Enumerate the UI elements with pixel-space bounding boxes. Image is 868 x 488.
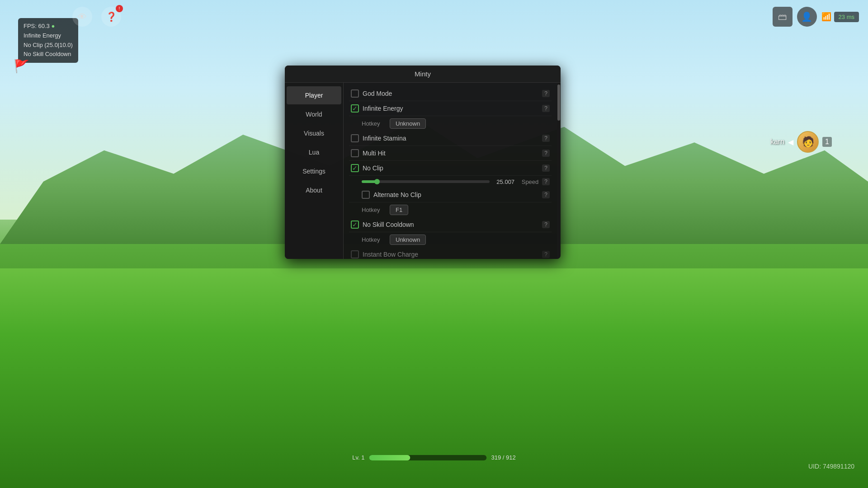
hotkey-label-infinite-energy: Hotkey bbox=[362, 120, 386, 127]
nav-item-world[interactable]: World bbox=[287, 105, 341, 123]
fps-overlay: FPS: 60.3 ● Infinite Energy No Clip (25.… bbox=[18, 18, 78, 63]
eye-icon[interactable]: 👁 bbox=[72, 7, 92, 27]
infinite-energy-hotkey[interactable]: Unknown bbox=[390, 118, 426, 129]
cheat-no-skill-cooldown: No Skill Cooldown bbox=[24, 50, 73, 59]
hotkey-label-nsc: Hotkey bbox=[362, 236, 386, 243]
hotkey-label-noclip: Hotkey bbox=[362, 206, 386, 213]
nav-item-about[interactable]: About bbox=[287, 181, 341, 199]
feature-god-mode: God Mode ? bbox=[349, 86, 552, 101]
cheat-infinite-energy: Infinite Energy bbox=[24, 31, 73, 41]
no-clip-checkbox[interactable]: ✓ bbox=[351, 164, 359, 172]
god-mode-label: God Mode bbox=[363, 90, 538, 97]
ping-display: 23 ms bbox=[834, 12, 859, 22]
checkmark-icon-noclip: ✓ bbox=[352, 165, 358, 171]
no-skill-cooldown-hotkey-row: Hotkey Unknown bbox=[349, 232, 552, 247]
instant-bow-charge-label: Instant Bow Charge bbox=[363, 251, 538, 258]
scroll-track[interactable] bbox=[557, 83, 561, 259]
nav-item-lua[interactable]: Lua bbox=[287, 143, 341, 161]
no-clip-hotkey-row: Hotkey F1 bbox=[349, 202, 552, 217]
signal-icon: 📶 bbox=[821, 12, 831, 22]
no-skill-cooldown-hotkey[interactable]: Unknown bbox=[390, 235, 426, 245]
character-slot: 1 bbox=[822, 137, 832, 147]
multi-hit-label: Multi Hit bbox=[363, 150, 538, 157]
no-clip-slider-row: 25.007 Speed ? bbox=[349, 176, 552, 188]
instant-bow-charge-help[interactable]: ? bbox=[542, 251, 550, 258]
player-avatar-icon[interactable]: 👤 bbox=[797, 7, 817, 27]
god-mode-checkbox[interactable] bbox=[351, 89, 359, 98]
flag-icon[interactable] bbox=[14, 59, 30, 79]
panel-content[interactable]: God Mode ? ✓ Infinite Energy ? Hotkey Un… bbox=[344, 83, 557, 259]
alt-no-clip-help[interactable]: ? bbox=[542, 191, 550, 198]
hp-bar-container: Lv. 1 319 / 912 bbox=[352, 454, 515, 461]
instant-bow-charge-checkbox[interactable] bbox=[351, 250, 359, 258]
feature-infinite-energy: ✓ Infinite Energy ? bbox=[349, 101, 552, 116]
no-clip-help[interactable]: ? bbox=[542, 164, 550, 172]
no-skill-cooldown-help[interactable]: ? bbox=[542, 221, 550, 228]
quest-badge: ! bbox=[116, 5, 123, 12]
scroll-thumb bbox=[557, 84, 560, 121]
no-clip-hotkey[interactable]: F1 bbox=[390, 205, 408, 215]
feature-multi-hit: Multi Hit ? bbox=[349, 146, 552, 161]
multi-hit-help[interactable]: ? bbox=[542, 150, 550, 157]
infinite-energy-hotkey-row: Hotkey Unknown bbox=[349, 116, 552, 131]
alt-no-clip-label: Alternate No Clip bbox=[373, 191, 538, 198]
speed-help[interactable]: ? bbox=[542, 178, 550, 185]
infinite-stamina-help[interactable]: ? bbox=[542, 135, 550, 142]
infinite-energy-checkbox[interactable]: ✓ bbox=[351, 104, 359, 113]
fps-display: FPS: 60.3 ● bbox=[24, 22, 73, 31]
nav-item-visuals[interactable]: Visuals bbox=[287, 124, 341, 142]
hp-bar-fill bbox=[369, 455, 410, 460]
top-left-hud: 👁 ❓ ! bbox=[72, 7, 121, 27]
checkmark-icon: ✓ bbox=[352, 105, 358, 112]
feature-instant-bow-charge: Instant Bow Charge ? bbox=[349, 247, 552, 259]
slider-thumb bbox=[374, 179, 380, 184]
feature-alt-no-clip: Alternate No Clip ? bbox=[349, 188, 552, 202]
alt-no-clip-checkbox[interactable] bbox=[362, 191, 370, 199]
level-label: Lv. 1 bbox=[352, 454, 364, 461]
hp-bar bbox=[369, 455, 487, 460]
feature-no-clip: ✓ No Clip ? bbox=[349, 161, 552, 176]
character-name: karn bbox=[770, 138, 784, 146]
panel-body: Player World Visuals Lua Settings About … bbox=[285, 83, 561, 259]
feature-infinite-stamina: Infinite Stamina ? bbox=[349, 131, 552, 146]
uid-display: UID: 749891120 bbox=[808, 463, 854, 470]
arrow-left-icon: ◀ bbox=[788, 138, 793, 146]
multi-hit-checkbox[interactable] bbox=[351, 149, 359, 157]
infinite-energy-help[interactable]: ? bbox=[542, 105, 550, 112]
no-clip-speed-value: 25.007 bbox=[493, 178, 518, 185]
infinite-stamina-checkbox[interactable] bbox=[351, 134, 359, 142]
checkmark-icon-nsc: ✓ bbox=[352, 221, 358, 228]
god-mode-help[interactable]: ? bbox=[542, 90, 550, 97]
no-clip-slider[interactable] bbox=[362, 180, 490, 183]
hp-text: 319 / 912 bbox=[491, 454, 516, 461]
panel-title: Minty bbox=[285, 66, 561, 83]
nav-item-player[interactable]: Player bbox=[287, 86, 341, 104]
minty-panel: Minty Player World Visuals Lua Settings … bbox=[285, 66, 561, 259]
cheat-no-clip: No Clip (25.0|10.0) bbox=[24, 41, 73, 50]
chest-icon[interactable]: 🗃 bbox=[773, 7, 793, 27]
character-tag: karn ◀ 🧑 1 bbox=[770, 131, 832, 153]
infinite-energy-label: Infinite Energy bbox=[363, 105, 538, 112]
infinite-stamina-label: Infinite Stamina bbox=[363, 135, 538, 142]
speed-label: Speed bbox=[522, 178, 539, 185]
top-right-hud: 🗃 👤 📶 23 ms bbox=[773, 7, 859, 27]
no-clip-label: No Clip bbox=[363, 164, 538, 172]
no-skill-cooldown-checkbox[interactable]: ✓ bbox=[351, 221, 359, 229]
quest-icon[interactable]: ❓ ! bbox=[101, 7, 121, 27]
character-avatar[interactable]: 🧑 bbox=[797, 131, 819, 153]
feature-no-skill-cooldown: ✓ No Skill Cooldown ? bbox=[349, 217, 552, 232]
no-skill-cooldown-label: No Skill Cooldown bbox=[363, 221, 538, 228]
sidebar-nav: Player World Visuals Lua Settings About bbox=[285, 83, 344, 259]
nav-item-settings[interactable]: Settings bbox=[287, 162, 341, 180]
